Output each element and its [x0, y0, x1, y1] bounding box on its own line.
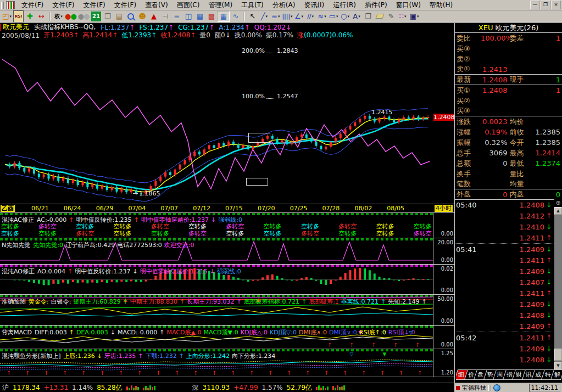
mini-bar [327, 387, 329, 390]
indicator-panel-2[interactable]: N先知先觉先知先觉:0辽宁葫芦岛:0.429电话2772593:0欢迎交流:02… [0, 238, 454, 265]
rights-adjust-icon[interactable]: 权▾ [53, 12, 64, 21]
level-lines-icon[interactable]: ≡▾ [270, 12, 281, 21]
indicator-panel-5[interactable]: ▼▽▽↑↑↑↑↑背离MACDDIFF:0.003↑DEA:0.003↓MACD:… [0, 326, 454, 349]
quote-row-卖②: 卖② [455, 54, 562, 64]
scrollbar-thumb[interactable] [554, 349, 562, 361]
chart-red-icon[interactable]: ▩ [205, 12, 217, 21]
indicator-panel-1[interactable]: 混沌AC修正AC:-0.000↑明中值反转价:1.235↑明中值零轴穿越价:1.… [0, 213, 454, 238]
columns-icon[interactable]: ◫ [182, 12, 194, 21]
plug-icon[interactable]: ⊣ [159, 12, 171, 21]
trendline-icon[interactable]: ╱▾ [258, 12, 270, 21]
indicator-panel-4[interactable]: ▲▲准确预测黄金令:白银令:短期主力:60.829↑中期主力:88.830↑长期… [0, 295, 454, 326]
copy-tool-icon[interactable]: ❐ [363, 12, 374, 21]
close-button[interactable]: × [551, 1, 561, 9]
scrollbar-track[interactable] [554, 215, 562, 362]
copy-pages-icon[interactable]: ❐ [102, 12, 113, 21]
eraser-icon[interactable] [374, 12, 386, 21]
panel-scale: 0.00 [433, 326, 454, 349]
move-view-icon[interactable]: ✚ [24, 12, 36, 21]
period-badge[interactable]: 4小时 [435, 205, 453, 212]
date-tick-07/28: 07/28 [322, 205, 340, 212]
quote-value: 0 [481, 159, 510, 167]
date-tick-07/20: 07/20 [258, 205, 275, 212]
panel-scale: 1.251.20 [433, 349, 454, 377]
menu-帮助(H)[interactable]: 帮助(H) [425, 1, 457, 10]
rsi-indicator-icon[interactable]: RSI [13, 12, 24, 21]
quote-value: 3069 [481, 149, 510, 157]
quote-header: XEU 欧元美元(26) [455, 23, 562, 33]
panel-header-value: 下颚:1.232 [145, 352, 176, 360]
mini-bar [332, 386, 334, 390]
panel-header-value: 白银令: [51, 298, 71, 305]
quote-row-涨跌: 涨跌0.0023均价 [455, 116, 562, 127]
scroll-arrow-icon[interactable]: ↔ [36, 12, 47, 21]
pause-lights-icon[interactable]: ●● [77, 12, 91, 21]
calendar-icon[interactable]: 21 [90, 12, 102, 21]
tick-row: 1.2410↓ [455, 221, 554, 232]
signal-label: 空转多 [226, 229, 244, 238]
active-marker [0, 24, 1, 31]
ellipse-tool-icon[interactable]: ○▾ [340, 12, 351, 21]
signal-lights-icon[interactable]: ●● [64, 12, 77, 21]
scroll-up-button[interactable]: ▲ [554, 207, 562, 215]
panel-header-value: ↑ [236, 298, 241, 305]
menu-画面(C)[interactable]: 画面(C) [173, 1, 204, 10]
palette-icon[interactable]: ∷▾ [397, 12, 409, 21]
fan-lines-icon[interactable]: ∠▾ [293, 12, 305, 21]
clock: 11:42:11 [529, 384, 560, 392]
menu-插件(P)[interactable]: 插件(P) [360, 1, 392, 10]
menu-管理(M)[interactable]: 管理(M) [204, 1, 237, 10]
globe-icon[interactable] [493, 384, 500, 391]
grid-chart-icon[interactable]: ▦ [217, 11, 230, 22]
save-icon[interactable]: ▣▾ [409, 12, 420, 21]
menu-文件(F)[interactable]: 文件(F) [79, 1, 110, 10]
vertical-lines-icon[interactable]: ||||▾ [281, 12, 293, 21]
menu-运行(R)[interactable]: 运行(R) [329, 1, 360, 10]
menu-工具(T)[interactable]: 工具(T) [237, 1, 268, 10]
open-chart-icon[interactable]: ◰▾ [1, 12, 13, 21]
menu-文件(F)[interactable]: 文件(F) [48, 1, 79, 10]
panel-scale: 20.000.00 [433, 238, 454, 264]
lock-draw-icon[interactable]: ✎ [386, 12, 397, 21]
user-helmet-icon[interactable]: ☻ [136, 12, 148, 21]
menu-查看(V)[interactable]: 查看(V) [141, 1, 173, 10]
panel-header: 背离MACDDIFF:0.003↑DEA:0.003↓MACD:-0.000↑M… [2, 328, 432, 337]
vendor-label[interactable]: 宝德科技 [462, 384, 486, 392]
quote-row-总额: 总额0最低1.2374 [455, 158, 562, 169]
book-icon[interactable]: ▤ [113, 12, 125, 21]
quote-value: 0.32% [481, 138, 510, 147]
candlestick-chart[interactable]: 200.0%1.2843 100.0%1.2547 1.2415 1.1865 [0, 40, 433, 204]
menu-资讯(I)[interactable]: 资讯(I) [299, 1, 329, 10]
tick-scrollbar[interactable]: ⊕ ▲ ▼ [554, 199, 562, 369]
mini-bar [343, 385, 345, 390]
rectangle-tool-icon[interactable]: ▭▾ [328, 12, 340, 21]
hatch-lines-icon[interactable]: ≈▾ [316, 12, 328, 21]
hbars-icon[interactable]: ≡ [171, 12, 182, 21]
menu-文件(F)[interactable]: 文件(F) [110, 1, 141, 10]
time-axis: 乙酉 06/2106/2406/2907/0407/0707/1207/1507… [0, 204, 454, 213]
scroll-down-button[interactable]: ▼ [554, 362, 562, 369]
panel-header-value: 底部吸筹指标:0.721 [244, 298, 299, 305]
sh-label: 沪 [2, 383, 9, 392]
indicator-panel-3[interactable]: 混沌AO修正AO:0.004↑明中值反转价:1.237↓明中值零轴穿越价:1.2… [0, 265, 454, 295]
down-arrow-icon: ↓ [546, 201, 553, 209]
pointer-icon[interactable]: ↖ [247, 12, 258, 21]
indicator-panel-6[interactable]: ▽▽▼↑↑↑↑↑↑↑↑↑↑↑↑↑↑↑↑↑↑↑↑↑↑↑混沌颚鱼分形[新加上]上唇:… [0, 349, 454, 377]
menu-窗口(W)[interactable]: 窗口(W) [392, 1, 425, 10]
alarm-icon[interactable]: ▲ [148, 12, 159, 21]
channel-lines-icon[interactable]: ∕∕▾ [305, 12, 316, 21]
crosshair-icon[interactable]: ⊕ [554, 199, 562, 207]
search-icon[interactable] [125, 12, 136, 21]
menu-文件(F)[interactable]: 文件(F) [17, 1, 48, 10]
wave-chart-icon[interactable]: ∿ [230, 12, 241, 21]
date-tick-07/07: 07/07 [160, 205, 178, 212]
minimize-button[interactable]: — [530, 1, 540, 9]
scale-top-value: 1.25 [441, 350, 453, 356]
sz-pct: 1.57% [262, 384, 283, 391]
menu-分析(A)[interactable]: 分析(A) [268, 1, 300, 10]
chart-blue-icon[interactable]: ▦ [194, 12, 205, 21]
toolbar-grip[interactable] [1, 2, 4, 9]
ohlc-values: 开1.2403↑高1.2414↑低1.2393↑收1.2408↑量0额0↓换0.… [43, 31, 353, 40]
text-tool-icon[interactable]: A▾ [351, 12, 363, 21]
restore-button[interactable]: ❐ [541, 1, 550, 9]
